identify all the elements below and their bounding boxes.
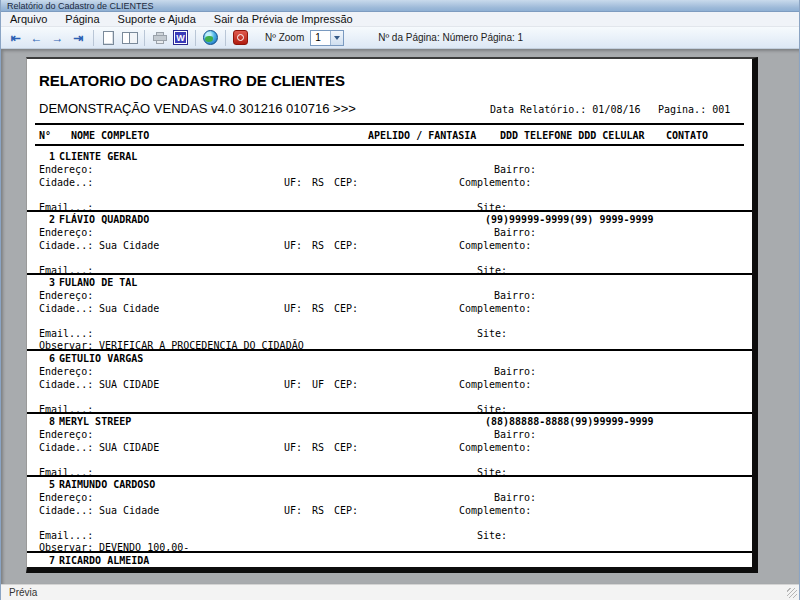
label-cidade: Cidade..:: [39, 505, 93, 516]
record-number: 1: [31, 151, 55, 162]
menu-sair-da-previa[interactable]: Sair da Prévia de Impressão: [205, 12, 362, 27]
record-observar: VERIFICAR A PROCEDENCIA DO CIDADÃO: [99, 340, 304, 351]
client-record-row: 6 GETULIO VARGAS Endereço: Bairro: Cidad…: [27, 351, 752, 414]
record-cidade: Sua Cidade: [99, 240, 159, 251]
report-title: RELATORIO DO CADASTRO DE CLIENTES: [39, 72, 345, 89]
header-rule: [35, 144, 744, 146]
label-uf: UF:: [284, 442, 302, 453]
status-bar: Prévia: [1, 584, 799, 600]
column-nome: NOME COMPLETO: [71, 130, 149, 141]
label-uf: UF:: [284, 505, 302, 516]
zoom-select[interactable]: 1: [310, 30, 344, 46]
print-preview-area[interactable]: RELATORIO DO CADASTRO DE CLIENTES DEMONS…: [1, 49, 799, 584]
label-endereco: Endereço:: [39, 366, 93, 377]
label-email: Email...:: [39, 328, 93, 339]
label-bairro: Bairro:: [494, 164, 536, 175]
label-endereco: Endereço:: [39, 429, 93, 440]
client-record-row: 3 FULANO DE TAL Endereço: Bairro: Cidade…: [27, 275, 752, 351]
record-number: 3: [31, 277, 55, 288]
label-cep: CEP:: [334, 177, 358, 188]
record-number: 8: [31, 416, 55, 427]
record-name: FLÁVIO QUADRADO: [59, 214, 149, 225]
chevron-down-icon[interactable]: [330, 31, 343, 45]
label-uf: UF:: [284, 379, 302, 390]
client-record-row: 1 CLIENTE GERAL Endereço: Bairro: Cidade…: [27, 149, 752, 212]
label-email: Email...:: [39, 530, 93, 541]
label-complemento: Complemento:: [459, 442, 531, 453]
last-page-button[interactable]: ⇥: [68, 29, 89, 47]
app-window: Relatório do Cadastro de CLIENTES Arquiv…: [0, 0, 800, 600]
client-record-row: 2 FLÁVIO QUADRADO (99)99999-9999(99) 999…: [27, 212, 752, 275]
column-num: N°: [39, 130, 51, 141]
client-record-row: 7 RICARDO ALMEIDA Endereço: Bairro: Cida…: [27, 553, 752, 567]
record-cidade: Sua Cidade: [99, 505, 159, 516]
record-number: 7: [31, 555, 55, 566]
report-page: RELATORIO DO CADASTRO DE CLIENTES DEMONS…: [26, 57, 758, 573]
title-bar[interactable]: Relatório do Cadastro de CLIENTES: [1, 0, 799, 12]
menu-suporte-e-ajuda[interactable]: Suporte e Ajuda: [109, 12, 205, 27]
toolbar: ⇤ ← → ⇥ W Nº Zoom 1 Nº da Página: Número…: [1, 27, 799, 49]
label-uf: UF:: [284, 240, 302, 251]
label-bairro: Bairro:: [494, 227, 536, 238]
menu-pagina[interactable]: Página: [56, 12, 108, 27]
record-uf: RS: [312, 303, 324, 314]
record-number: 2: [31, 214, 55, 225]
prev-page-button[interactable]: ←: [26, 29, 47, 47]
record-cidade: SUA CIDADE: [99, 379, 159, 390]
label-cep: CEP:: [334, 240, 358, 251]
exit-icon: [233, 30, 248, 45]
zoom-label: Nº Zoom: [265, 32, 304, 43]
page-number-info: Nº da Página: Número Página: 1: [378, 32, 523, 43]
label-cidade: Cidade..:: [39, 379, 93, 390]
label-endereco: Endereço:: [39, 492, 93, 503]
resize-grip-icon[interactable]: [787, 588, 797, 598]
record-uf: UF: [312, 379, 324, 390]
label-observar: Observar:: [39, 542, 93, 553]
label-cep: CEP:: [334, 379, 358, 390]
record-name: CLIENTE GERAL: [59, 151, 137, 162]
label-bairro: Bairro:: [494, 290, 536, 301]
record-phone: (99)99999-9999(99) 9999-9999: [485, 214, 654, 225]
record-cidade: SUA CIDADE: [99, 442, 159, 453]
export-word-button[interactable]: W: [170, 29, 191, 47]
label-cidade: Cidade..:: [39, 442, 93, 453]
label-complemento: Complemento:: [459, 379, 531, 390]
toolbar-separator: [144, 30, 145, 46]
label-endereco: Endereço:: [39, 227, 93, 238]
record-uf: RS: [312, 177, 324, 188]
next-page-button[interactable]: →: [47, 29, 68, 47]
record-uf: RS: [312, 442, 324, 453]
next-page-icon: →: [52, 32, 64, 44]
first-page-icon: ⇤: [10, 32, 20, 44]
single-page-icon: [103, 31, 114, 45]
exit-preview-button[interactable]: [230, 29, 251, 47]
column-contato: CONTATO: [666, 130, 708, 141]
label-cep: CEP:: [334, 303, 358, 314]
toolbar-separator: [93, 30, 94, 46]
record-phone: (88)88888-8888(99)99999-9999: [485, 416, 654, 427]
globe-icon: [203, 30, 218, 45]
label-uf: UF:: [284, 303, 302, 314]
label-endereco: Endereço:: [39, 164, 93, 175]
report-date: Data Relatório.: 01/08/16: [490, 104, 641, 115]
menu-arquivo[interactable]: Arquivo: [1, 12, 56, 27]
export-html-button[interactable]: [200, 29, 221, 47]
label-complemento: Complemento:: [459, 303, 531, 314]
last-page-icon: ⇥: [73, 32, 83, 44]
word-icon: W: [173, 30, 188, 45]
print-button[interactable]: [149, 29, 170, 47]
record-number: 6: [31, 353, 55, 364]
label-complemento: Complemento:: [459, 505, 531, 516]
first-page-button[interactable]: ⇤: [5, 29, 26, 47]
single-page-view-button[interactable]: [98, 29, 119, 47]
label-observar: Observar:: [39, 340, 93, 351]
toolbar-separator: [225, 30, 226, 46]
prev-page-icon: ←: [31, 32, 43, 44]
report-page-number: Pagina.: 001: [658, 104, 730, 115]
record-cidade: Sua Cidade: [99, 303, 159, 314]
two-page-view-button[interactable]: [119, 29, 140, 47]
label-uf: UF:: [284, 177, 302, 188]
window-title: Relatório do Cadastro de CLIENTES: [7, 1, 154, 11]
record-observar: DEVENDO 100,00-: [99, 542, 189, 553]
column-apelido: APELIDO / FANTASIA: [368, 130, 476, 141]
